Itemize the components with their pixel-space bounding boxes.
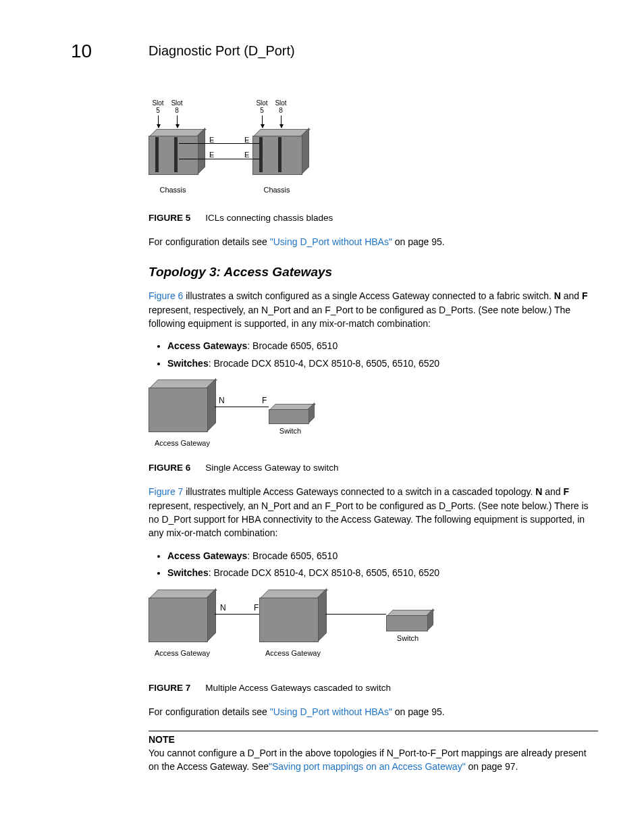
switch-box xyxy=(269,404,316,424)
figure-7-diagram: Access Gateway N F Access Gateway Switch xyxy=(149,590,446,671)
slot-8-label-left: Slot8 xyxy=(169,99,185,114)
chassis-label: Chassis xyxy=(153,186,193,194)
link-using-dport-without-hbas[interactable]: "Using D_Port without HBAs" xyxy=(270,706,392,717)
note-label: NOTE xyxy=(149,734,598,745)
list-item: Access Gateways: Brocade 6505, 6510 xyxy=(167,550,598,563)
switch-label: Switch xyxy=(387,634,428,642)
list-item: Switches: Brocade DCX 8510-4, DCX 8510-8… xyxy=(167,357,598,371)
figure-6-diagram: Access Gateway N F Switch xyxy=(149,380,324,450)
n-label: N xyxy=(220,603,226,613)
list-item: Switches: Brocade DCX 8510-4, DCX 8510-8… xyxy=(167,567,598,580)
switch-label: Switch xyxy=(270,427,311,435)
access-gateway-box xyxy=(259,590,327,642)
slot-5-label-left: Slot5 xyxy=(150,99,166,114)
paragraph: Figure 6 illustrates a switch configured… xyxy=(149,289,598,330)
paragraph: Figure 7 illustrates multiple Access Gat… xyxy=(149,485,598,540)
access-gateway-label: Access Gateway xyxy=(149,649,216,657)
access-gateway-box xyxy=(149,590,216,642)
chapter-number: 10 xyxy=(71,41,149,62)
chassis-label: Chassis xyxy=(257,186,297,194)
link-figure-7[interactable]: Figure 7 xyxy=(149,486,183,497)
arrow-icon xyxy=(158,115,159,128)
e-label: E xyxy=(209,151,214,159)
access-gateway-label: Access Gateway xyxy=(259,649,327,657)
equipment-list: Access Gateways: Brocade 6505, 6510 Swit… xyxy=(149,550,598,580)
page-title: Diagnostic Port (D_Port) xyxy=(149,43,295,59)
slot-8-label-right: Slot8 xyxy=(273,99,289,114)
paragraph: For configuration details see "Using D_P… xyxy=(149,235,598,249)
note-rule xyxy=(149,731,598,731)
note-body: You cannot configure a D_Port in the abo… xyxy=(149,746,598,774)
link-figure-6[interactable]: Figure 6 xyxy=(149,290,183,301)
switch-box xyxy=(386,610,435,631)
access-gateway-label: Access Gateway xyxy=(149,439,216,447)
chassis-left xyxy=(149,129,206,175)
e-label: E xyxy=(244,136,249,144)
topology-3-heading: Topology 3: Access Gateways xyxy=(149,265,598,280)
f-label: F xyxy=(254,603,259,613)
e-label: E xyxy=(244,151,249,159)
figure-5-caption: FIGURE 5ICLs connecting chassis blades xyxy=(149,213,598,223)
list-item: Access Gateways: Brocade 6505, 6510 xyxy=(167,340,598,353)
figure-5-diagram: Slot5 Slot8 Slot5 Slot8 xyxy=(149,99,311,201)
equipment-list: Access Gateways: Brocade 6505, 6510 Swit… xyxy=(149,340,598,370)
paragraph: For configuration details see "Using D_P… xyxy=(149,705,598,719)
access-gateway-box xyxy=(149,380,216,432)
link-using-dport-without-hbas[interactable]: "Using D_Port without HBAs" xyxy=(270,236,392,247)
link-saving-port-mappings[interactable]: "Saving port mappings on an Access Gatew… xyxy=(269,761,466,772)
arrow-icon xyxy=(262,115,263,128)
slot-5-label-right: Slot5 xyxy=(254,99,270,114)
e-label: E xyxy=(209,136,214,144)
figure-6-caption: FIGURE 6Single Access Gateway to switch xyxy=(149,463,598,473)
figure-7-caption: FIGURE 7Multiple Access Gateways cascade… xyxy=(149,683,598,693)
arrow-icon xyxy=(281,115,281,128)
arrow-icon xyxy=(177,115,178,128)
f-label: F xyxy=(262,396,267,405)
chassis-right xyxy=(252,129,310,175)
n-label: N xyxy=(219,396,225,405)
